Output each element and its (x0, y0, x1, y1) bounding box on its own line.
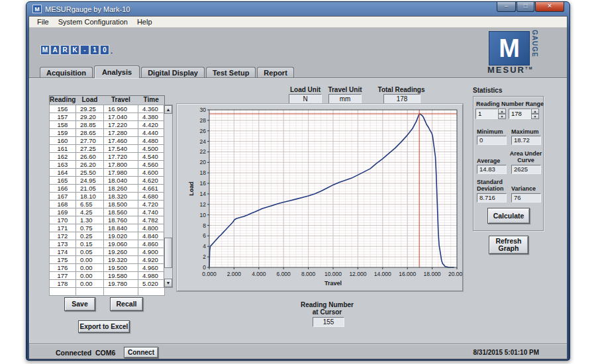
table-cell: 4.680 (138, 193, 164, 201)
scroll-down-arrow-icon[interactable]: ▼ (164, 279, 172, 287)
svg-text:16: 16 (200, 180, 207, 187)
table-cell: 4.420 (138, 121, 164, 129)
minimum-value: 0 (477, 136, 507, 145)
range-from-spinner[interactable]: 1 ▲▼ (475, 109, 506, 119)
export-to-excel-button[interactable]: Export to Excel (78, 320, 130, 333)
table-cell: 165 (50, 177, 76, 185)
table-row: 16226.6017.7204.540 (50, 153, 165, 161)
table-scrollbar[interactable]: ▲ ▼ (164, 105, 173, 288)
calculate-button[interactable]: Calculate (487, 208, 530, 224)
table-cell: 17.720 (103, 153, 138, 161)
average-label: Average (477, 158, 500, 164)
svg-text:6: 6 (203, 232, 206, 239)
screenshot-stage: M MESURgauge by Mark-10 – □ ✕ FileSystem… (0, 0, 596, 364)
connect-button[interactable]: Connect (124, 347, 158, 358)
recall-button[interactable]: Recall (110, 297, 143, 311)
tab-acquisition[interactable]: Acquisition (40, 67, 93, 78)
tab-report[interactable]: Report (257, 67, 293, 78)
range-from-spin-buttons[interactable]: ▲▼ (498, 109, 506, 119)
table-cell: 28.65 (75, 129, 103, 137)
table-cell: 18.10 (75, 193, 103, 201)
maximize-button[interactable]: □ (517, 2, 534, 12)
range-to-spinner[interactable]: 178 ▲▼ (509, 109, 539, 119)
range-from-value[interactable]: 1 (475, 109, 498, 119)
table-cell: 170 (50, 216, 76, 224)
table-row (50, 288, 165, 296)
scrollbar-thumb[interactable] (164, 238, 172, 268)
table-cell: 175 (50, 256, 76, 264)
table-cell: 26.60 (75, 153, 103, 161)
table-cell: 17.540 (103, 145, 138, 153)
minimum-label: Minimum (477, 128, 503, 135)
spin-down-icon[interactable]: ▼ (498, 114, 506, 119)
table-cell: 29.25 (75, 105, 103, 113)
table-row: 1701.3018.7604.782 (50, 216, 165, 224)
title-bar[interactable]: M MESURgauge by Mark-10 – □ ✕ (28, 2, 568, 16)
table-cell: 19.020 (103, 232, 138, 240)
svg-text:18.000: 18.000 (424, 271, 441, 277)
mark10-letter-block: 0 (100, 45, 109, 55)
table-cell: 26.20 (75, 161, 103, 169)
total-readings-label: Total Readings (375, 86, 428, 93)
table-row: 16127.2517.5404.500 (50, 145, 165, 153)
refresh-graph-button[interactable]: Refresh Graph (489, 236, 528, 254)
save-button[interactable]: Save (64, 297, 95, 311)
column-header-reading: Reading (50, 96, 76, 105)
range-to-spin-buttons[interactable]: ▲▼ (531, 109, 539, 119)
spin-up-icon[interactable]: ▲ (531, 109, 539, 114)
mark10-letter-block: K (70, 45, 79, 55)
menu-item-system-configuration[interactable]: System Configuration (54, 17, 132, 26)
table-cell: 4.661 (138, 185, 164, 193)
table-cell: 19.780 (103, 280, 138, 288)
table-cell: 4.360 (138, 105, 164, 113)
table-cell: 4.720 (138, 201, 164, 208)
table-cell: 18.500 (103, 201, 138, 208)
svg-text:4: 4 (203, 243, 206, 250)
spin-up-icon[interactable]: ▲ (498, 109, 506, 114)
header-band: MARK-10 . M MESURTM GAUGE (29, 28, 567, 64)
reading-number-at-cursor-value: 155 (313, 317, 344, 327)
statistics-title: Statistics (473, 87, 502, 94)
tab-digital-display[interactable]: Digital Display (141, 67, 205, 78)
svg-text:20: 20 (200, 159, 207, 165)
table-cell: 1.30 (75, 216, 103, 224)
table-cell: 4.800 (138, 224, 164, 232)
window-title: MESURgauge by Mark-10 (45, 5, 130, 13)
table-cell: 21.05 (75, 185, 103, 193)
svg-text:6.000: 6.000 (277, 271, 291, 277)
range-to-value[interactable]: 178 (509, 109, 531, 119)
menu-item-file[interactable]: File (32, 17, 54, 26)
mark10-logo: MARK-10 . (40, 45, 113, 55)
tab-analysis[interactable]: Analysis (94, 66, 140, 78)
maximum-label: Maximum (511, 128, 539, 135)
close-button[interactable]: ✕ (535, 2, 564, 12)
scroll-up-arrow-icon[interactable]: ▲ (164, 105, 172, 114)
table-cell: 171 (50, 224, 76, 232)
spin-down-icon[interactable]: ▼ (531, 114, 539, 119)
table-cell: 176 (50, 264, 76, 272)
load-unit-label: Load Unit (286, 86, 324, 93)
table-cell: 0.05 (75, 248, 103, 256)
table-cell: 0.25 (75, 232, 103, 240)
travel-unit-label: Travel Unit (324, 86, 366, 93)
load-travel-chart[interactable]: 0.0002.0004.0006.0008.00010.00012.00014.… (177, 105, 462, 291)
table-cell: 4.920 (138, 256, 164, 264)
table-cell: 158 (50, 121, 76, 129)
svg-text:2.000: 2.000 (227, 271, 242, 277)
table-cell: 28.85 (75, 121, 103, 129)
table-cell: 4.600 (138, 169, 164, 177)
tab-test-setup[interactable]: Test Setup (206, 67, 256, 78)
window-client-area: FileSystem ConfigurationHelp MARK-10 . M… (28, 16, 568, 359)
menu-item-help[interactable]: Help (132, 17, 157, 26)
area-under-curve-value: 2625 (511, 165, 541, 174)
table-cell: 29.20 (75, 113, 103, 121)
minimize-button[interactable]: – (497, 2, 516, 12)
table-cell: 0.00 (75, 264, 103, 272)
table-cell: 18.560 (103, 208, 138, 216)
svg-text:10.000: 10.000 (324, 271, 342, 277)
table-row: 1694.2518.5604.740 (50, 208, 165, 216)
table-cell: 162 (50, 153, 76, 161)
table-row: 15928.6517.2804.440 (50, 129, 165, 137)
reading-number-at-cursor-label: Reading Number at Cursor (291, 301, 364, 316)
table-cell: 172 (50, 232, 76, 240)
